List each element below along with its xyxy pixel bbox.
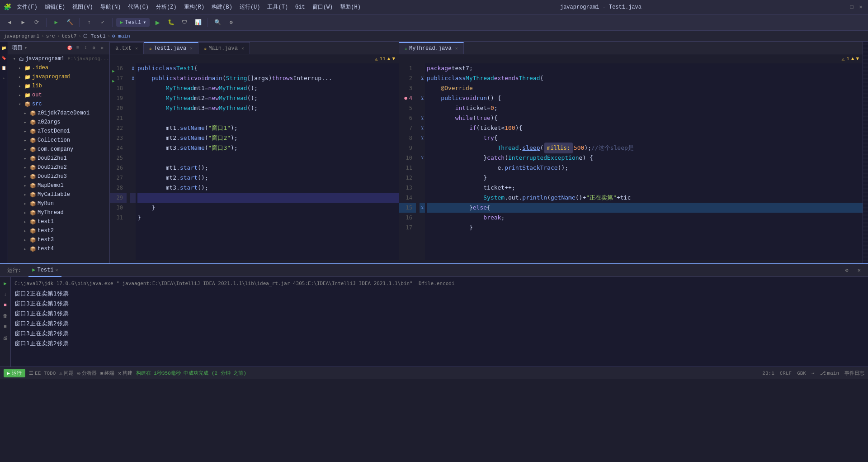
run-config-dropdown[interactable]: ▶ Test1 ▾ xyxy=(116,18,150,27)
clear-output-button[interactable]: 🗑 xyxy=(1,311,10,320)
menu-view[interactable]: 视图(V) xyxy=(71,2,95,12)
menu-run[interactable]: 运行(U) xyxy=(238,2,262,12)
right-warning-up[interactable]: ▲ xyxy=(851,56,854,62)
tab-test1-close[interactable]: ✕ xyxy=(190,46,193,51)
run-button[interactable]: ▶ xyxy=(151,17,163,29)
bottom-settings[interactable]: ⚙ xyxy=(842,264,852,277)
breadcrumb-src[interactable]: src xyxy=(46,33,55,39)
status-position[interactable]: 23:1 xyxy=(762,370,774,376)
status-encoding[interactable]: GBK xyxy=(797,370,806,376)
tree-comcompany[interactable]: ▸ 📦 com.company xyxy=(8,145,109,154)
tree-lib[interactable]: ▸ 📁 lib xyxy=(8,81,109,90)
settings-button[interactable]: ⚙ xyxy=(225,17,237,29)
status-problems[interactable]: ⚠ 问题 xyxy=(59,370,74,376)
tab-test1java[interactable]: ☕ Test1.java ✕ xyxy=(144,42,198,54)
left-code-lines[interactable]: public class Test1 { public static void … xyxy=(136,63,399,260)
tree-doudizhu1[interactable]: ▸ 📦 DouDiZhu1 xyxy=(8,154,109,163)
search-button[interactable]: 🔍 xyxy=(212,17,223,29)
rerun-button[interactable]: ↓ xyxy=(1,290,10,299)
tree-test4[interactable]: ▸ 📦 test4 xyxy=(8,244,109,253)
scroll-end-button[interactable]: ≡ xyxy=(1,322,10,331)
status-analyzer[interactable]: ◎ 分析器 xyxy=(77,370,97,376)
menu-nav[interactable]: 导航(N) xyxy=(99,2,123,12)
tab-mythread-java[interactable]: ☕ MyThread.java ✕ xyxy=(399,42,464,54)
tree-src[interactable]: ▾ 📦 src xyxy=(8,100,109,109)
tree-dropdown-arrow[interactable]: ▾ xyxy=(24,45,27,51)
warning-nav-down[interactable]: ▼ xyxy=(392,56,395,62)
status-eventlog[interactable]: 事件日志 xyxy=(844,370,864,376)
stop-button[interactable]: ■ xyxy=(1,300,10,310)
warning-nav-up[interactable]: ▲ xyxy=(387,56,391,62)
breadcrumb-project[interactable]: javaprogram1 xyxy=(4,33,39,39)
toolbar-recent[interactable]: ⟳ xyxy=(31,17,42,29)
breadcrumb-class[interactable]: ⬡ Test1 xyxy=(83,33,106,39)
tree-a02[interactable]: ▸ 📦 a02args xyxy=(8,118,109,127)
tree-root[interactable]: ▾ 🗂 javaprogram1 E:\javaprog... xyxy=(8,54,109,63)
tree-scroll-to-file[interactable]: 🎯 xyxy=(66,44,73,52)
tree-doudizhu2[interactable]: ▸ 📦 DouDiZhu2 xyxy=(8,163,109,172)
close-button[interactable]: ✕ xyxy=(857,4,864,11)
debug-button[interactable]: 🐛 xyxy=(165,17,177,29)
sidebar-icon-project[interactable]: 📁 xyxy=(0,43,8,52)
menu-build[interactable]: 构建(B) xyxy=(210,2,234,12)
tree-myrun[interactable]: ▸ 📦 MyRun xyxy=(8,199,109,208)
gutter-16[interactable]: ⊻ xyxy=(130,63,136,73)
menu-edit[interactable]: 编辑(E) xyxy=(43,2,67,12)
tree-mapdemo1[interactable]: ▸ 📦 MapDemo1 xyxy=(8,181,109,190)
bottom-tab-test1-close[interactable]: ✕ xyxy=(55,267,58,273)
status-terminal[interactable]: ▣ 终端 xyxy=(100,370,115,376)
menu-code[interactable]: 代码(C) xyxy=(126,2,151,12)
tree-test1[interactable]: ▸ 📦 test1 xyxy=(8,217,109,226)
rgutter-7[interactable]: ⊻ xyxy=(420,123,425,133)
tree-atestdemo[interactable]: ▸ 📦 aTestDemo1 xyxy=(8,127,109,136)
run-indicator-17[interactable]: ▶ xyxy=(110,76,115,81)
breadcrumb-test7[interactable]: test7 xyxy=(61,33,76,39)
right-hscroll[interactable] xyxy=(399,260,863,263)
rgutter-8[interactable]: ⊻ xyxy=(420,133,425,143)
status-indent[interactable]: ⇥ xyxy=(811,370,815,376)
toolbar-forward[interactable]: ▶ xyxy=(17,17,29,29)
status-build[interactable]: ⚒ 构建 xyxy=(118,370,132,376)
rgutter-4[interactable]: ⊻ xyxy=(420,93,425,103)
profile-button[interactable]: 📊 xyxy=(192,17,204,29)
right-code-content[interactable]: 1 2 3 ● 4 5 6 7 8 9 10 11 xyxy=(399,63,863,260)
tree-javaprogram1[interactable]: ▸ 📁 javaprogram1 xyxy=(8,72,109,81)
bottom-close[interactable]: ✕ xyxy=(854,264,864,277)
maximize-button[interactable]: □ xyxy=(848,4,855,11)
coverage-button[interactable]: 🛡 xyxy=(179,17,190,29)
run-again-button[interactable]: ▶ xyxy=(1,279,10,288)
print-button[interactable]: 🖨 xyxy=(1,333,10,342)
tab-atxt-close[interactable]: ✕ xyxy=(135,46,138,51)
rgutter-2[interactable]: ⊻ xyxy=(420,73,425,83)
menu-window[interactable]: 窗口(W) xyxy=(311,2,335,12)
minimize-button[interactable]: ─ xyxy=(839,4,846,11)
tree-collapse[interactable]: ≡ xyxy=(74,44,81,52)
tree-test3[interactable]: ▸ 📦 test3 xyxy=(8,235,109,244)
right-code-lines[interactable]: package test7; public class MyThread ext… xyxy=(425,63,863,260)
toolbar-git[interactable]: ↑ xyxy=(83,17,95,29)
tab-mainjava[interactable]: ☕ Main.java ✕ xyxy=(198,42,250,54)
tree-mycallable[interactable]: ▸ 📦 MyCallable xyxy=(8,190,109,199)
rgutter-10[interactable]: ⊻ xyxy=(420,153,425,163)
sidebar-icon-structure[interactable]: 📋 xyxy=(0,63,8,72)
menu-tools[interactable]: 工具(T) xyxy=(265,2,290,12)
rgutter-15[interactable]: ⊻ xyxy=(420,203,425,213)
right-warning-down[interactable]: ▼ xyxy=(856,56,859,62)
sidebar-icon-bookmark[interactable]: 🔖 xyxy=(0,53,8,62)
left-code-content[interactable]: ▶ 16 ▶ 17 18 19 20 21 22 23 24 xyxy=(110,63,399,260)
status-git[interactable]: ⎇ main xyxy=(820,370,839,376)
tree-doudizhu3[interactable]: ▸ 📦 DouDiZhu3 xyxy=(8,172,109,181)
rgutter-6[interactable]: ⊻ xyxy=(420,113,425,123)
tree-collection[interactable]: ▸ 📦 Collection xyxy=(8,136,109,145)
menu-help[interactable]: 帮助(H) xyxy=(338,2,363,12)
tree-sort[interactable]: ↕ xyxy=(82,44,90,52)
bottom-tab-test1[interactable]: ▶ Test1 ✕ xyxy=(28,264,61,277)
tree-mythread[interactable]: ▸ 📦 MyThread xyxy=(8,208,109,217)
left-hscroll[interactable] xyxy=(110,260,399,263)
toolbar-back[interactable]: ◀ xyxy=(4,17,15,29)
status-run-button[interactable]: ▶ 运行 xyxy=(4,369,25,377)
tab-atxt[interactable]: a.txt ✕ xyxy=(110,42,144,54)
tree-close[interactable]: ✕ xyxy=(99,44,106,52)
tree-settings[interactable]: ⚙ xyxy=(90,44,98,52)
status-todo[interactable]: ☰ EE TODO xyxy=(29,370,56,376)
